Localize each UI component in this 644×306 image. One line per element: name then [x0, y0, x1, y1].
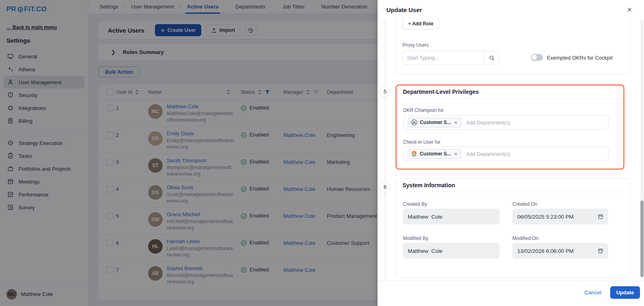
close-icon[interactable]: ✕ [625, 5, 634, 14]
checkin-user-field: Customer S... ✕ [403, 147, 609, 161]
okr-champion-input[interactable] [461, 120, 606, 126]
step-badge-6: 6 [380, 182, 390, 192]
remove-chip-icon[interactable]: ✕ [453, 120, 457, 125]
modal-backdrop[interactable] [0, 0, 378, 306]
created-by-label: Created By [403, 201, 427, 207]
okr-champion-field: Customer S... ✕ [403, 115, 609, 130]
update-button[interactable]: Update [610, 286, 640, 299]
section-title-system-information: System Information [396, 179, 630, 192]
support-avatar-icon [411, 151, 417, 157]
calendar-icon[interactable] [598, 248, 603, 254]
department-icon [411, 119, 417, 126]
exempted-okrs-label: Exempted OKRs for Cockpit [547, 55, 613, 61]
created-on-label: Created On [512, 201, 537, 207]
modified-by-label: Modified By [403, 236, 428, 241]
remove-chip-icon[interactable]: ✕ [453, 152, 457, 156]
created-on-field: 06/05/2025 5:23:00 PM [512, 209, 608, 225]
stepper-line [385, 19, 386, 281]
exempted-okrs-toggle[interactable] [531, 54, 543, 61]
modal-body: + Add Role Proxy Users Exempted OKRs for… [378, 19, 644, 281]
okr-champion-label: OKR Champion for [403, 108, 444, 113]
cancel-button[interactable]: Cancel [584, 289, 601, 296]
app: PR FIT.CO ← Back to main menu Settings G… [0, 0, 644, 306]
created-by-field: Matthew Cole [403, 209, 500, 225]
search-icon [489, 55, 495, 61]
update-user-modal: Update User ✕ + Add Role Proxy Users Exe… [378, 0, 644, 306]
modified-on-label: Modified On [512, 236, 539, 241]
proxy-users-label: Proxy Users [402, 42, 429, 48]
add-role-button[interactable]: + Add Role [402, 19, 439, 29]
system-information-card: System Information Created By Matthew Co… [396, 178, 631, 278]
modal-footer: Cancel Update [378, 281, 644, 306]
search-button[interactable] [484, 51, 499, 64]
modal-title: Update User [386, 6, 422, 13]
step-badge-5: 5 [380, 86, 390, 97]
modal-scrollbar[interactable] [640, 19, 644, 278]
department-chip[interactable]: Customer S... ✕ [408, 149, 461, 159]
checkin-user-input[interactable] [461, 151, 606, 157]
modified-by-field: Matthew Cole [403, 243, 500, 259]
proxy-users-input[interactable] [403, 55, 484, 61]
modified-on-field: 13/02/2026 6:06:00 PM [512, 243, 608, 259]
proxy-users-field [402, 51, 499, 65]
department-privileges-card: Department-Level Privileges OKR Champion… [396, 85, 624, 170]
checkin-user-label: Check-in User for [403, 139, 440, 145]
roles-proxy-card: + Add Role Proxy Users Exempted OKRs for… [396, 19, 631, 74]
scrollbar-thumb[interactable] [640, 201, 644, 277]
toggle-knob [532, 55, 537, 60]
calendar-icon[interactable] [598, 214, 603, 219]
department-chip[interactable]: Customer S... ✕ [408, 118, 461, 128]
section-title-department-privileges: Department-Level Privileges [396, 85, 623, 99]
